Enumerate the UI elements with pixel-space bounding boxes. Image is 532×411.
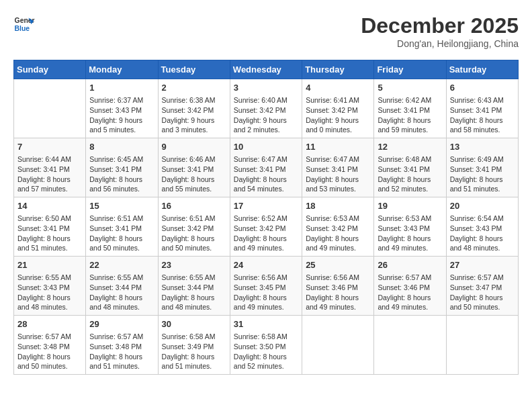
day-number: 3 <box>234 82 298 94</box>
day-cell: 20Sunrise: 6:54 AM Sunset: 3:43 PM Dayli… <box>446 197 518 257</box>
day-cell: 17Sunrise: 6:52 AM Sunset: 3:42 PM Dayli… <box>230 197 302 257</box>
month-title: December 2025 <box>361 13 519 38</box>
col-header-saturday: Saturday <box>446 60 518 79</box>
day-number: 11 <box>306 141 370 153</box>
week-row-5: 28Sunrise: 6:57 AM Sunset: 3:48 PM Dayli… <box>14 316 519 375</box>
col-header-friday: Friday <box>374 60 446 79</box>
day-number: 27 <box>450 259 515 271</box>
day-info: Sunrise: 6:41 AM Sunset: 3:42 PM Dayligh… <box>306 95 370 135</box>
day-info: Sunrise: 6:51 AM Sunset: 3:42 PM Dayligh… <box>162 214 226 253</box>
day-number: 10 <box>234 141 298 153</box>
day-number: 15 <box>89 200 154 212</box>
day-number: 22 <box>89 259 154 271</box>
day-cell: 18Sunrise: 6:53 AM Sunset: 3:42 PM Dayli… <box>302 197 374 257</box>
day-cell: 19Sunrise: 6:53 AM Sunset: 3:43 PM Dayli… <box>374 197 446 257</box>
day-cell: 15Sunrise: 6:51 AM Sunset: 3:41 PM Dayli… <box>86 197 158 257</box>
day-cell: 27Sunrise: 6:57 AM Sunset: 3:47 PM Dayli… <box>446 257 518 316</box>
logo: General Blue <box>13 13 35 35</box>
header-row: SundayMondayTuesdayWednesdayThursdayFrid… <box>14 60 519 79</box>
week-row-4: 21Sunrise: 6:55 AM Sunset: 3:43 PM Dayli… <box>14 257 519 316</box>
day-cell: 26Sunrise: 6:57 AM Sunset: 3:46 PM Dayli… <box>374 257 446 316</box>
day-number: 28 <box>17 318 82 330</box>
day-number: 4 <box>306 82 370 94</box>
day-info: Sunrise: 6:50 AM Sunset: 3:41 PM Dayligh… <box>17 214 82 253</box>
day-info: Sunrise: 6:56 AM Sunset: 3:45 PM Dayligh… <box>234 273 298 312</box>
day-info: Sunrise: 6:57 AM Sunset: 3:46 PM Dayligh… <box>378 273 442 312</box>
day-cell: 3Sunrise: 6:40 AM Sunset: 3:42 PM Daylig… <box>230 79 302 138</box>
day-cell: 12Sunrise: 6:48 AM Sunset: 3:41 PM Dayli… <box>374 138 446 197</box>
day-number: 26 <box>378 259 442 271</box>
day-cell: 31Sunrise: 6:58 AM Sunset: 3:50 PM Dayli… <box>230 316 302 375</box>
day-cell: 21Sunrise: 6:55 AM Sunset: 3:43 PM Dayli… <box>14 257 86 316</box>
day-number: 25 <box>306 259 370 271</box>
day-cell: 2Sunrise: 6:38 AM Sunset: 3:42 PM Daylig… <box>158 79 230 138</box>
day-info: Sunrise: 6:46 AM Sunset: 3:41 PM Dayligh… <box>162 154 226 194</box>
day-info: Sunrise: 6:49 AM Sunset: 3:41 PM Dayligh… <box>450 154 515 194</box>
day-number: 1 <box>89 82 154 94</box>
day-cell: 16Sunrise: 6:51 AM Sunset: 3:42 PM Dayli… <box>158 197 230 257</box>
day-info: Sunrise: 6:54 AM Sunset: 3:43 PM Dayligh… <box>450 214 515 253</box>
col-header-tuesday: Tuesday <box>158 60 230 79</box>
day-cell <box>302 316 374 375</box>
day-cell <box>446 316 518 375</box>
location-subtitle: Dong'an, Heilongjiang, China <box>361 38 519 49</box>
day-cell: 24Sunrise: 6:56 AM Sunset: 3:45 PM Dayli… <box>230 257 302 316</box>
day-number: 5 <box>378 82 442 94</box>
day-cell: 30Sunrise: 6:58 AM Sunset: 3:49 PM Dayli… <box>158 316 230 375</box>
day-info: Sunrise: 6:47 AM Sunset: 3:41 PM Dayligh… <box>306 154 370 194</box>
day-number: 31 <box>234 318 298 330</box>
day-cell <box>374 316 446 375</box>
day-info: Sunrise: 6:45 AM Sunset: 3:41 PM Dayligh… <box>89 154 154 194</box>
page-header: General Blue December 2025 Dong'an, Heil… <box>13 13 519 49</box>
week-row-2: 7Sunrise: 6:44 AM Sunset: 3:41 PM Daylig… <box>14 138 519 197</box>
title-block: December 2025 Dong'an, Heilongjiang, Chi… <box>361 13 519 49</box>
day-number: 6 <box>450 82 515 94</box>
day-cell: 4Sunrise: 6:41 AM Sunset: 3:42 PM Daylig… <box>302 79 374 138</box>
day-number: 2 <box>162 82 226 94</box>
day-info: Sunrise: 6:40 AM Sunset: 3:42 PM Dayligh… <box>234 95 298 135</box>
day-number: 24 <box>234 259 298 271</box>
day-info: Sunrise: 6:42 AM Sunset: 3:41 PM Dayligh… <box>378 95 442 135</box>
day-number: 12 <box>378 141 442 153</box>
week-row-1: 1Sunrise: 6:37 AM Sunset: 3:43 PM Daylig… <box>14 79 519 138</box>
day-number: 19 <box>378 200 442 212</box>
day-cell: 11Sunrise: 6:47 AM Sunset: 3:41 PM Dayli… <box>302 138 374 197</box>
day-info: Sunrise: 6:37 AM Sunset: 3:43 PM Dayligh… <box>89 95 154 135</box>
day-number: 17 <box>234 200 298 212</box>
day-cell: 7Sunrise: 6:44 AM Sunset: 3:41 PM Daylig… <box>14 138 86 197</box>
day-cell: 1Sunrise: 6:37 AM Sunset: 3:43 PM Daylig… <box>86 79 158 138</box>
day-cell: 22Sunrise: 6:55 AM Sunset: 3:44 PM Dayli… <box>86 257 158 316</box>
calendar-table: SundayMondayTuesdayWednesdayThursdayFrid… <box>13 60 519 375</box>
day-cell: 9Sunrise: 6:46 AM Sunset: 3:41 PM Daylig… <box>158 138 230 197</box>
day-cell: 5Sunrise: 6:42 AM Sunset: 3:41 PM Daylig… <box>374 79 446 138</box>
col-header-thursday: Thursday <box>302 60 374 79</box>
day-number: 18 <box>306 200 370 212</box>
day-cell <box>14 79 86 138</box>
day-number: 20 <box>450 200 515 212</box>
day-cell: 13Sunrise: 6:49 AM Sunset: 3:41 PM Dayli… <box>446 138 518 197</box>
day-number: 14 <box>17 200 82 212</box>
day-cell: 14Sunrise: 6:50 AM Sunset: 3:41 PM Dayli… <box>14 197 86 257</box>
day-number: 16 <box>162 200 226 212</box>
day-cell: 25Sunrise: 6:56 AM Sunset: 3:46 PM Dayli… <box>302 257 374 316</box>
day-info: Sunrise: 6:58 AM Sunset: 3:49 PM Dayligh… <box>162 332 226 371</box>
day-cell: 10Sunrise: 6:47 AM Sunset: 3:41 PM Dayli… <box>230 138 302 197</box>
day-info: Sunrise: 6:51 AM Sunset: 3:41 PM Dayligh… <box>89 214 154 253</box>
day-number: 30 <box>162 318 226 330</box>
day-info: Sunrise: 6:47 AM Sunset: 3:41 PM Dayligh… <box>234 154 298 194</box>
day-info: Sunrise: 6:57 AM Sunset: 3:48 PM Dayligh… <box>89 332 154 371</box>
day-info: Sunrise: 6:55 AM Sunset: 3:43 PM Dayligh… <box>17 273 82 312</box>
day-number: 23 <box>162 259 226 271</box>
day-number: 13 <box>450 141 515 153</box>
day-info: Sunrise: 6:52 AM Sunset: 3:42 PM Dayligh… <box>234 214 298 253</box>
col-header-wednesday: Wednesday <box>230 60 302 79</box>
day-info: Sunrise: 6:55 AM Sunset: 3:44 PM Dayligh… <box>89 273 154 312</box>
day-info: Sunrise: 6:53 AM Sunset: 3:43 PM Dayligh… <box>378 214 442 253</box>
svg-text:Blue: Blue <box>15 25 30 32</box>
day-info: Sunrise: 6:43 AM Sunset: 3:41 PM Dayligh… <box>450 95 515 135</box>
day-number: 9 <box>162 141 226 153</box>
day-number: 21 <box>17 259 82 271</box>
col-header-sunday: Sunday <box>14 60 86 79</box>
day-cell: 6Sunrise: 6:43 AM Sunset: 3:41 PM Daylig… <box>446 79 518 138</box>
day-info: Sunrise: 6:53 AM Sunset: 3:42 PM Dayligh… <box>306 214 370 253</box>
